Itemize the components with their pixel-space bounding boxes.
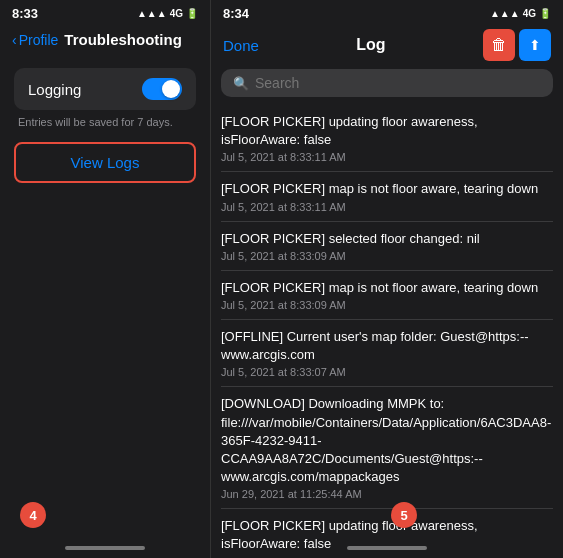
log-timestamp: Jun 29, 2021 at 11:25:44 AM [221,488,553,500]
page-title-left: Troubleshooting [64,31,182,48]
trash-icon: 🗑 [491,36,507,54]
log-timestamp: Jul 5, 2021 at 8:33:07 AM [221,366,553,378]
log-entry: [DOWNLOAD] Downloading MMPK to: file:///… [221,387,553,509]
log-entry: [FLOOR PICKER] selected floor changed: n… [221,222,553,271]
status-icons-left: ▲▲▲ 4G 🔋 [137,8,198,19]
share-logs-button[interactable]: ⬆ [519,29,551,61]
signal-icon-left: ▲▲▲ [137,8,167,19]
done-button[interactable]: Done [223,37,259,54]
signal-icon-right: ▲▲▲ [490,8,520,19]
log-timestamp: Jul 5, 2021 at 8:33:09 AM [221,299,553,311]
logging-label: Logging [28,81,81,98]
log-entry: [FLOOR PICKER] updating floor awareness,… [221,105,553,172]
logging-toggle-row: Logging [14,68,196,110]
log-timestamp: Jul 5, 2021 at 8:33:11 AM [221,151,553,163]
status-bar-right: 8:34 ▲▲▲ 4G 🔋 [211,0,563,25]
log-message: [FLOOR PICKER] map is not floor aware, t… [221,279,553,297]
search-input[interactable] [255,75,541,91]
nav-bar-right: Done Log 🗑 ⬆ [211,25,563,69]
log-entry: [FLOOR PICKER] map is not floor aware, t… [221,172,553,221]
search-icon: 🔍 [233,76,249,91]
log-message: [OFFLINE] Current user's map folder: Gue… [221,328,553,364]
back-label: Profile [19,32,59,48]
nav-icons: 🗑 ⬆ [483,29,551,61]
battery-icon-left: 🔋 [186,8,198,19]
logging-toggle[interactable] [142,78,182,100]
left-panel: 8:33 ▲▲▲ 4G 🔋 ‹ Profile Troubleshooting … [0,0,210,558]
log-title: Log [356,36,385,54]
left-content: Logging Entries will be saved for 7 days… [0,58,210,193]
right-panel: 8:34 ▲▲▲ 4G 🔋 Done Log 🗑 ⬆ 🔍 [FLOOR PICK… [210,0,563,558]
step-badge-4: 4 [20,502,46,528]
log-timestamp: Jul 5, 2021 at 8:33:11 AM [221,201,553,213]
status-bar-left: 8:33 ▲▲▲ 4G 🔋 [0,0,210,25]
network-icon-right: 4G [523,8,536,19]
delete-logs-button[interactable]: 🗑 [483,29,515,61]
network-icon-left: 4G [170,8,183,19]
step-badge-5: 5 [391,502,417,528]
log-message: [FLOOR PICKER] updating floor awareness,… [221,113,553,149]
time-left: 8:33 [12,6,38,21]
share-icon: ⬆ [529,37,541,53]
log-message: [DOWNLOAD] Downloading MMPK to: file:///… [221,395,553,486]
home-indicator-left [65,546,145,550]
log-message: [FLOOR PICKER] map is not floor aware, t… [221,180,553,198]
time-right: 8:34 [223,6,249,21]
log-list: [FLOOR PICKER] updating floor awareness,… [211,105,563,558]
log-timestamp: Jul 5, 2021 at 8:33:09 AM [221,250,553,262]
battery-icon-right: 🔋 [539,8,551,19]
log-entry: [FLOOR PICKER] map is not floor aware, t… [221,271,553,320]
home-indicator-right [347,546,427,550]
chevron-left-icon: ‹ [12,32,17,48]
status-icons-right: ▲▲▲ 4G 🔋 [490,8,551,19]
log-message: [FLOOR PICKER] selected floor changed: n… [221,230,553,248]
log-entry: [FLOOR PICKER] updating floor awareness,… [221,509,553,558]
nav-bar-left: ‹ Profile Troubleshooting [0,25,210,58]
view-logs-button[interactable]: View Logs [14,142,196,183]
entries-hint: Entries will be saved for 7 days. [14,116,196,142]
log-entry: [OFFLINE] Current user's map folder: Gue… [221,320,553,387]
back-button[interactable]: ‹ Profile [12,32,58,48]
search-bar[interactable]: 🔍 [221,69,553,97]
